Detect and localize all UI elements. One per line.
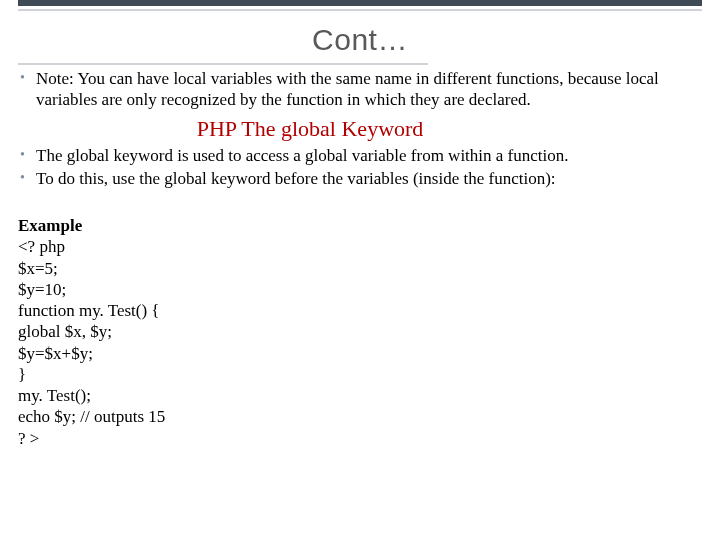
code-line: $y=$x+$y; — [18, 344, 93, 363]
subheading: PHP The global Keyword — [0, 116, 500, 142]
slide-title: Cont… — [0, 23, 720, 57]
bullet-list-2: The global keyword is used to access a g… — [18, 146, 702, 189]
code-line: ? > — [18, 429, 39, 448]
code-line: echo $y; // outputs 15 — [18, 407, 165, 426]
code-line: function my. Test() { — [18, 301, 160, 320]
list-item: Note: You can have local variables with … — [18, 69, 702, 110]
code-line: global $x, $y; — [18, 322, 112, 341]
code-line: $y=10; — [18, 280, 66, 299]
bullet-list-1: Note: You can have local variables with … — [18, 69, 702, 110]
code-line: } — [18, 365, 26, 384]
list-item: To do this, use the global keyword befor… — [18, 169, 702, 190]
title-underline — [18, 63, 428, 65]
code-line: <? php — [18, 237, 65, 256]
list-item: The global keyword is used to access a g… — [18, 146, 702, 167]
top-rule-dark — [18, 0, 702, 6]
example-block: Example <? php $x=5; $y=10; function my.… — [18, 194, 702, 449]
top-rule-light — [18, 9, 702, 11]
code-line: my. Test(); — [18, 386, 91, 405]
code-line: $x=5; — [18, 259, 58, 278]
example-label: Example — [18, 216, 82, 235]
